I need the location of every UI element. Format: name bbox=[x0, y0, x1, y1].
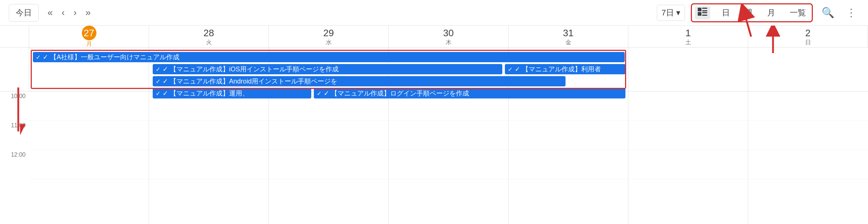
svg-rect-1 bbox=[702, 8, 707, 9]
hour-slot-sun-12 bbox=[748, 150, 868, 179]
day-view-label[interactable]: 日 bbox=[719, 6, 733, 20]
day-number-1: 1 bbox=[685, 27, 690, 39]
check-icon-r4l: ✓ bbox=[156, 90, 160, 97]
hour-slot-wed-11 bbox=[269, 121, 388, 150]
svg-rect-2 bbox=[702, 10, 707, 11]
svg-rect-3 bbox=[698, 12, 701, 16]
event-row4-left-label: ✓ 【マニュアル作成】運用、 bbox=[163, 89, 249, 98]
time-label-1100: 11:00 bbox=[0, 121, 29, 150]
schedule-view-icon[interactable] bbox=[695, 6, 710, 19]
allday-row: ✓ ✓ 【A社様】一般ユーザー向けマニュアル作成 ✓ ✓ 【マニュアル作成】iO… bbox=[0, 48, 868, 92]
event-row2-right-label: ✓ 【マニュアル作成】利用者 bbox=[515, 65, 601, 74]
day-col-mon bbox=[29, 92, 149, 224]
event-row4-left[interactable]: ✓ ✓ 【マニュアル作成】運用、 bbox=[153, 88, 311, 98]
today-button[interactable]: 今日 bbox=[9, 4, 39, 22]
day-weekday-31: 金 bbox=[566, 39, 571, 46]
day-header-2: 2 日 bbox=[748, 26, 868, 48]
day-header-30: 30 木 bbox=[389, 26, 509, 48]
hour-slot-mon-11 bbox=[29, 121, 149, 150]
hour-slot-mon-12 bbox=[29, 150, 149, 179]
hour-slot-fri-11 bbox=[509, 121, 628, 150]
day-number-29: 29 bbox=[323, 27, 334, 39]
event-row4-container: ✓ ✓ 【マニュアル作成】運用、 ✓ ✓ 【マニュアル作成】ログイン手順ページを… bbox=[152, 87, 626, 99]
time-label-1000: 10:00 bbox=[0, 92, 29, 121]
allday-cell-sat bbox=[628, 48, 748, 91]
day-weekday-27: 月 bbox=[86, 40, 92, 48]
day-col-sun bbox=[748, 92, 868, 224]
day-col-tue bbox=[149, 92, 269, 224]
view-toggle: 日 週 月 一覧 bbox=[691, 3, 813, 22]
check-icon: ✓ bbox=[36, 54, 41, 61]
allday-cell-sun bbox=[748, 48, 868, 91]
time-label-1200: 12:00 bbox=[0, 150, 29, 179]
check-icon-r2l: ✓ bbox=[156, 66, 160, 73]
hour-slot-sat-10 bbox=[628, 92, 748, 121]
event-main[interactable]: ✓ ✓ 【A社様】一般ユーザー向けマニュアル作成 bbox=[33, 52, 625, 62]
toolbar-left: 今日 « ‹ › » bbox=[9, 4, 94, 22]
day-headers: 27 月 28 火 29 水 30 木 31 金 1 土 2 日 bbox=[0, 26, 868, 48]
check-icon-r2r: ✓ bbox=[508, 66, 513, 73]
event-row4-right[interactable]: ✓ ✓ 【マニュアル作成】ログイン手順ページを作成 bbox=[314, 88, 625, 98]
day-weekday-28: 火 bbox=[206, 39, 212, 46]
event-main-container: ✓ ✓ 【A社様】一般ユーザー向けマニュアル作成 bbox=[32, 51, 625, 63]
hour-slot-thu-11 bbox=[389, 121, 508, 150]
timed-grid: 10:00 11:00 12:00 bbox=[0, 92, 868, 224]
header-spacer bbox=[0, 26, 29, 48]
day-col-thu bbox=[389, 92, 509, 224]
check-icon-r3l: ✓ bbox=[156, 78, 160, 85]
week-view-label[interactable]: 週 bbox=[742, 6, 755, 20]
event-row4-right-label: ✓ 【マニュアル作成】ログイン手順ページを作成 bbox=[324, 89, 469, 98]
more-menu-icon[interactable]: ⋮ bbox=[843, 5, 859, 20]
nav-last-icon[interactable]: » bbox=[83, 5, 94, 20]
event-row2-left-label: ✓ 【マニュアル作成】iOS用インストール手順ページを作成 bbox=[163, 65, 339, 74]
list-view-label[interactable]: 一覧 bbox=[787, 6, 809, 20]
event-row3-left[interactable]: ✓ ✓ 【マニュアル作成】Android用インストール手順ページを bbox=[153, 76, 566, 86]
check-icon-r4r: ✓ bbox=[317, 90, 321, 97]
event-row3-left-label: ✓ 【マニュアル作成】Android用インストール手順ページを bbox=[163, 77, 337, 86]
time-labels: 10:00 11:00 12:00 bbox=[0, 92, 29, 224]
hour-slot-tue-12 bbox=[149, 150, 269, 179]
hour-slot-sun-10 bbox=[748, 92, 868, 121]
day-col-wed bbox=[269, 92, 389, 224]
period-arrow-icon: ▾ bbox=[676, 8, 680, 18]
day-header-28: 28 火 bbox=[149, 26, 269, 48]
nav-prev-icon[interactable]: ‹ bbox=[58, 5, 68, 20]
event-row3-container: ✓ ✓ 【マニュアル作成】Android用インストール手順ページを bbox=[152, 75, 566, 87]
period-label: 7日 bbox=[662, 7, 674, 18]
toolbar: 今日 « ‹ › » 7日 ▾ 日 bbox=[0, 0, 868, 26]
search-icon[interactable]: 🔍 bbox=[819, 5, 837, 20]
hour-slot-thu-12 bbox=[389, 150, 508, 179]
day-weekday-29: 水 bbox=[326, 39, 332, 46]
day-number-27: 27 bbox=[82, 26, 96, 40]
day-number-30: 30 bbox=[443, 27, 454, 39]
hour-slot-wed-12 bbox=[269, 150, 388, 179]
svg-rect-0 bbox=[698, 8, 701, 11]
svg-rect-5 bbox=[702, 15, 707, 16]
event-row2-right[interactable]: ✓ ✓ 【マニュアル作成】利用者 bbox=[505, 64, 625, 74]
day-weekday-30: 木 bbox=[446, 39, 452, 46]
hour-slot-tue-11 bbox=[149, 121, 269, 150]
event-main-label: ✓ 【A社様】一般ユーザー向けマニュアル作成 bbox=[43, 53, 179, 61]
hour-slot-sat-11 bbox=[628, 121, 748, 150]
hour-slot-sat-12 bbox=[628, 150, 748, 179]
nav-first-icon[interactable]: « bbox=[45, 5, 56, 20]
day-weekday-2: 日 bbox=[805, 39, 811, 46]
day-header-27: 27 月 bbox=[29, 26, 149, 48]
allday-spacer bbox=[0, 48, 29, 91]
event-row2-left[interactable]: ✓ ✓ 【マニュアル作成】iOS用インストール手順ページを作成 bbox=[153, 64, 502, 74]
nav-next-icon[interactable]: › bbox=[71, 5, 80, 20]
hour-slot-fri-12 bbox=[509, 150, 628, 179]
day-header-31: 31 金 bbox=[509, 26, 628, 48]
hour-slot-mon-10 bbox=[29, 92, 149, 121]
nav-icons: « ‹ › » bbox=[45, 5, 94, 20]
day-number-31: 31 bbox=[563, 27, 574, 39]
month-view-label[interactable]: 月 bbox=[764, 6, 778, 20]
event-row2-container: ✓ ✓ 【マニュアル作成】iOS用インストール手順ページを作成 ✓ ✓ 【マニュ… bbox=[152, 63, 626, 75]
period-selector[interactable]: 7日 ▾ bbox=[657, 5, 685, 21]
calendar: 27 月 28 火 29 水 30 木 31 金 1 土 2 日 bbox=[0, 26, 868, 224]
hour-slot-sun-11 bbox=[748, 121, 868, 150]
day-col-sat bbox=[628, 92, 748, 224]
day-number-28: 28 bbox=[203, 27, 214, 39]
toolbar-right: 7日 ▾ 日 週 月 一覧 🔍 ⋮ bbox=[657, 3, 859, 22]
day-number-2: 2 bbox=[805, 27, 810, 39]
